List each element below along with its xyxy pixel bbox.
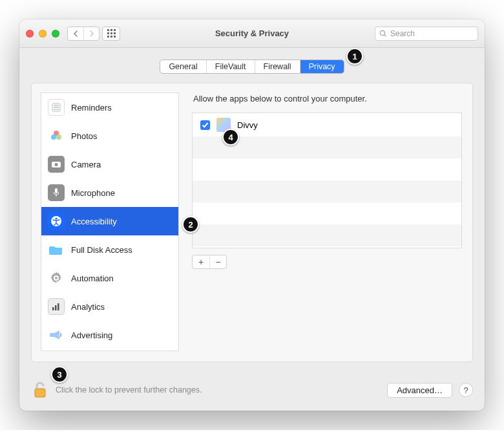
list-row-empty [193,224,461,246]
svg-point-12 [55,217,57,219]
list-row-empty [193,202,461,224]
back-button[interactable] [68,27,83,40]
instruction-text: Allow the apps below to control your com… [193,94,462,103]
gear-icon [48,270,65,286]
svg-rect-15 [58,303,59,310]
sidebar-item-label: Microphone [71,188,115,198]
svg-point-5 [51,135,56,140]
preferences-window: Security & Privacy Search General FileVa… [19,19,485,411]
tab-bar: General FileVault Firewall Privacy [19,59,485,74]
show-all-button[interactable] [102,27,120,41]
sidebar-item-full-disk-access[interactable]: Full Disk Access [41,235,178,264]
sidebar-item-camera[interactable]: Camera [41,150,178,178]
chart-icon [48,298,65,315]
callout-1: 1 [346,48,363,65]
search-placeholder: Search [390,29,415,38]
tab-general[interactable]: General [160,60,206,73]
sidebar-item-label: Automation [71,274,114,283]
search-input[interactable]: Search [375,27,478,41]
sidebar-item-advertising[interactable]: Advertising [41,321,178,349]
sidebar-item-analytics[interactable]: Analytics [41,292,178,321]
camera-icon [48,156,65,173]
tab-firewall[interactable]: Firewall [255,60,300,73]
reminders-icon [48,99,65,116]
nav-back-forward [67,27,100,41]
sidebar-item-microphone[interactable]: Microphone [41,178,178,207]
forward-button[interactable] [83,27,99,40]
sidebar-item-photos[interactable]: Photos [41,122,178,150]
svg-rect-14 [55,305,57,310]
grid-icon [107,29,116,38]
search-icon [379,30,387,38]
svg-rect-13 [52,307,54,310]
megaphone-icon [48,327,65,343]
minimize-window-button[interactable] [39,30,47,38]
traffic-lights [26,30,59,38]
add-button[interactable]: + [193,255,209,268]
list-row-empty [193,158,461,180]
svg-rect-9 [55,188,58,193]
category-sidebar[interactable]: Reminders Photos Camera Microphone [41,92,179,351]
app-name: Divvy [237,120,258,130]
content-pane: Reminders Photos Camera Microphone [31,83,473,362]
sidebar-item-label: Photos [71,131,97,141]
svg-point-8 [55,163,58,166]
sidebar-item-accessibility[interactable]: Accessibility [41,207,178,235]
svg-rect-16 [35,389,45,397]
sidebar-item-label: Accessibility [71,217,117,226]
lock-text: Click the lock to prevent further change… [56,385,202,394]
zoom-window-button[interactable] [52,30,59,38]
accessibility-icon [48,213,65,230]
sidebar-item-label: Advertising [71,330,112,340]
list-row-empty [193,180,461,202]
titlebar: Security & Privacy Search [19,19,485,48]
footer: Click the lock to prevent further change… [31,381,473,399]
folder-icon [48,241,65,258]
photos-icon [48,127,65,144]
add-remove-buttons: + − [192,255,227,269]
close-window-button[interactable] [26,30,34,38]
lock-icon[interactable] [31,381,49,399]
sidebar-item-label: Reminders [71,103,112,113]
remove-button[interactable]: − [209,255,226,268]
callout-4: 4 [222,129,239,146]
sidebar-item-automation[interactable]: Automation [41,264,178,292]
sidebar-item-label: Full Disk Access [71,245,132,255]
svg-point-6 [56,135,61,140]
sidebar-item-reminders[interactable]: Reminders [41,93,178,122]
microphone-icon [48,184,65,201]
help-button[interactable]: ? [459,383,473,397]
sidebar-item-label: Camera [71,160,101,169]
callout-3: 3 [51,366,68,383]
tab-filevault[interactable]: FileVault [207,60,255,73]
sidebar-item-label: Analytics [71,302,105,312]
callout-2: 2 [182,216,199,233]
app-checkbox[interactable] [200,120,210,130]
advanced-button[interactable]: Advanced… [387,383,452,398]
tab-privacy[interactable]: Privacy [300,60,344,73]
